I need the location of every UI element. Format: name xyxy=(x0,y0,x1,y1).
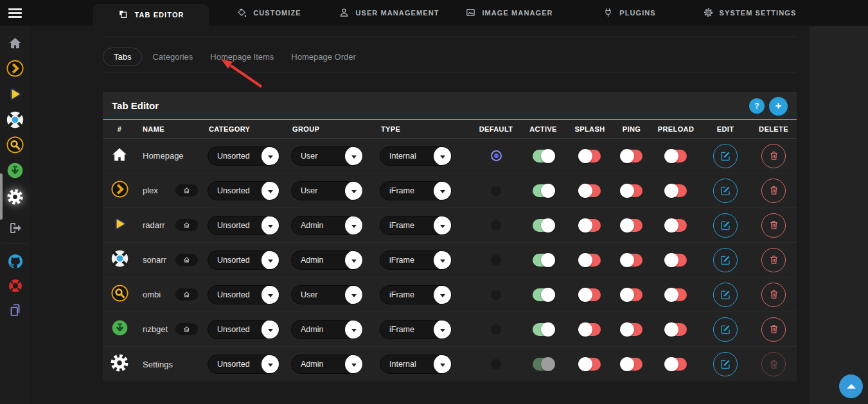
homepage-badge xyxy=(175,323,198,335)
preload-toggle[interactable] xyxy=(666,184,687,197)
ping-toggle[interactable] xyxy=(621,323,642,336)
group-select[interactable]: User xyxy=(291,285,363,304)
preload-toggle[interactable] xyxy=(666,219,687,232)
delete-button[interactable] xyxy=(761,317,786,342)
sidebar-item-github[interactable] xyxy=(0,249,30,274)
preload-toggle[interactable] xyxy=(666,323,687,336)
edit-button[interactable] xyxy=(713,144,738,168)
type-select[interactable]: Internal xyxy=(380,355,452,374)
default-radio[interactable] xyxy=(491,186,501,196)
radarr-icon xyxy=(6,85,24,103)
hamburger-icon[interactable] xyxy=(8,8,22,18)
active-toggle[interactable] xyxy=(533,254,554,267)
sidebar-item-logout[interactable] xyxy=(0,216,30,240)
subtab-categories[interactable]: Categories xyxy=(152,52,193,62)
nav-tabs: TAB EDITORCUSTOMIZEUSER MANAGEMENTIMAGE … xyxy=(93,0,810,26)
help-button[interactable]: ? xyxy=(749,98,765,114)
edit-button[interactable] xyxy=(713,352,738,376)
ping-toggle[interactable] xyxy=(621,184,642,197)
default-radio[interactable] xyxy=(491,324,501,335)
default-radio[interactable] xyxy=(491,255,501,265)
edit-button[interactable] xyxy=(713,213,738,238)
ping-toggle[interactable] xyxy=(621,254,642,267)
ping-toggle[interactable] xyxy=(621,288,642,301)
preload-toggle[interactable] xyxy=(666,288,687,301)
scroll-to-top-button[interactable] xyxy=(839,374,863,398)
default-radio[interactable] xyxy=(491,290,501,300)
sidebar-item-sonarr[interactable] xyxy=(0,107,30,132)
default-radio[interactable] xyxy=(491,220,501,231)
delete-button[interactable] xyxy=(761,213,786,238)
github-icon xyxy=(7,253,24,270)
ping-toggle[interactable] xyxy=(621,150,642,162)
nav-tab-image-manager[interactable]: IMAGE MANAGER xyxy=(449,0,569,26)
group-select[interactable]: User xyxy=(291,146,363,166)
preload-toggle[interactable] xyxy=(666,150,687,162)
edit-button[interactable] xyxy=(713,248,738,272)
delete-button[interactable] xyxy=(761,144,786,168)
nav-tab-customize[interactable]: CUSTOMIZE xyxy=(209,0,329,26)
type-select[interactable]: iFrame xyxy=(380,285,452,304)
delete-button[interactable] xyxy=(761,352,786,376)
splash-toggle[interactable] xyxy=(580,184,601,197)
category-select[interactable]: Unsorted xyxy=(208,216,279,235)
category-select[interactable]: Unsorted xyxy=(208,250,279,270)
nav-tab-user-management[interactable]: USER MANAGEMENT xyxy=(329,0,449,26)
group-select[interactable]: Admin xyxy=(291,320,363,339)
group-select[interactable]: User xyxy=(291,181,363,200)
type-select[interactable]: iFrame xyxy=(380,216,452,235)
group-select[interactable]: Admin xyxy=(291,355,363,374)
add-tab-button[interactable]: + xyxy=(769,97,788,116)
active-toggle[interactable] xyxy=(533,323,554,336)
nav-tab-system-settings[interactable]: SYSTEM SETTINGS xyxy=(689,0,810,26)
delete-button[interactable] xyxy=(761,248,786,272)
sidebar-item-settings[interactable] xyxy=(0,184,30,209)
nav-tab-tab-editor[interactable]: TAB EDITOR xyxy=(93,4,209,26)
splash-toggle[interactable] xyxy=(580,254,601,267)
sidebar-item-radarr[interactable] xyxy=(0,82,30,106)
splash-toggle[interactable] xyxy=(580,150,601,162)
sidebar-item-nzbget[interactable] xyxy=(0,158,30,182)
type-select[interactable]: iFrame xyxy=(380,250,452,270)
active-toggle[interactable] xyxy=(533,150,554,162)
active-toggle[interactable] xyxy=(533,288,554,301)
ping-toggle[interactable] xyxy=(621,358,642,371)
edit-button[interactable] xyxy=(713,283,738,307)
category-select[interactable]: Unsorted xyxy=(208,320,279,339)
ping-toggle[interactable] xyxy=(621,219,642,232)
active-toggle[interactable] xyxy=(533,184,554,197)
category-select[interactable]: Unsorted xyxy=(208,146,279,166)
category-select[interactable]: Unsorted xyxy=(208,181,279,200)
splash-toggle[interactable] xyxy=(580,288,601,301)
default-radio[interactable] xyxy=(491,150,502,161)
splash-toggle[interactable] xyxy=(580,219,601,232)
edit-button[interactable] xyxy=(713,317,738,342)
sidebar-item-support[interactable] xyxy=(0,274,30,298)
subtab-homepage-items[interactable]: Homepage Items xyxy=(210,52,274,62)
active-toggle[interactable] xyxy=(533,219,554,232)
preload-toggle[interactable] xyxy=(666,358,687,371)
splash-toggle[interactable] xyxy=(580,358,601,371)
subtab-tabs[interactable]: Tabs xyxy=(103,48,142,66)
edit-button[interactable] xyxy=(713,179,738,203)
type-select[interactable]: Internal xyxy=(380,146,452,166)
delete-button[interactable] xyxy=(761,179,786,203)
splash-toggle[interactable] xyxy=(580,323,601,336)
group-select[interactable]: Admin xyxy=(291,250,363,270)
preload-toggle[interactable] xyxy=(666,254,687,267)
subtab-homepage-order[interactable]: Homepage Order xyxy=(291,52,355,62)
column-header-group: GROUP xyxy=(286,125,375,133)
default-radio[interactable] xyxy=(491,359,501,369)
group-select[interactable]: Admin xyxy=(291,216,363,235)
active-toggle[interactable] xyxy=(533,358,554,371)
category-select[interactable]: Unsorted xyxy=(208,355,279,374)
sidebar-item-docs[interactable] xyxy=(0,298,30,322)
delete-button[interactable] xyxy=(761,283,786,307)
type-select[interactable]: iFrame xyxy=(380,320,452,339)
sidebar-item-ombi[interactable] xyxy=(0,132,30,157)
category-select[interactable]: Unsorted xyxy=(208,285,279,304)
sidebar-item-home[interactable] xyxy=(0,31,30,55)
type-select[interactable]: iFrame xyxy=(380,181,452,200)
sidebar-item-plex[interactable] xyxy=(0,56,30,80)
nav-tab-plugins[interactable]: PLUGINS xyxy=(569,0,689,26)
